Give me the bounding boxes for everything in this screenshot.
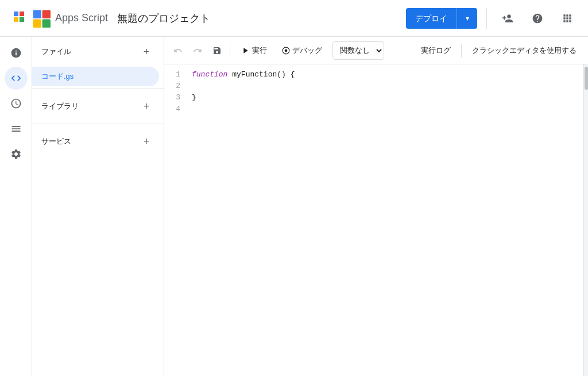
undo-button[interactable] (169, 41, 187, 60)
settings-icon (10, 148, 22, 160)
svg-point-5 (285, 49, 288, 52)
help-button[interactable] (526, 7, 549, 30)
save-icon (212, 46, 222, 55)
file-item-code-gs[interactable]: コード.gs (32, 67, 159, 86)
run-icon (241, 46, 250, 55)
toolbar-divider-2 (461, 44, 462, 57)
services-section-header[interactable]: サービス + (32, 126, 164, 156)
redo-button[interactable] (188, 41, 207, 60)
code-content[interactable]: function myFunction() { } (187, 64, 583, 376)
deploy-button-label: デプロイ (406, 8, 457, 29)
info-icon (10, 47, 22, 59)
toolbar-divider-1 (230, 44, 230, 57)
file-panel: ファイル + コード.gs ライブラリ + サービス + (32, 37, 164, 376)
files-section-header[interactable]: ファイル + (32, 37, 164, 67)
clock-icon (10, 98, 22, 109)
services-label: サービス (41, 136, 71, 147)
debug-button[interactable]: デバッグ (275, 41, 329, 60)
svg-rect-2 (33, 19, 41, 27)
code-icon (10, 72, 22, 84)
classic-editor-button[interactable]: クラシックエディタを使用する (465, 41, 583, 60)
icon-rail (0, 37, 32, 376)
debug-icon (282, 47, 290, 55)
line-number-2: 2 (164, 80, 180, 92)
person-add-icon (502, 13, 513, 24)
files-label: ファイル (41, 47, 71, 57)
panel-divider-1 (32, 89, 164, 89)
execution-log-button[interactable]: 実行ログ (414, 41, 458, 60)
rail-executions[interactable] (5, 117, 28, 140)
deploy-dropdown-arrow[interactable]: ▾ (457, 8, 477, 29)
libraries-section-header[interactable]: ライブラリ + (32, 91, 164, 121)
rail-triggers[interactable] (5, 92, 28, 115)
editor-area: 実行 デバッグ 関数なし 実行ログ クラシックエディタを使用する (164, 37, 588, 376)
add-user-button[interactable] (496, 7, 519, 30)
svg-rect-3 (42, 19, 51, 27)
header-divider (486, 8, 487, 29)
line-number-1: 1 (164, 69, 180, 80)
line-number-4: 4 (164, 103, 180, 115)
apps-script-logo (32, 9, 51, 28)
header: Apps Script 無題のプロジェクト デプロイ ▾ (0, 0, 588, 37)
panel-divider-2 (32, 124, 164, 124)
code-editor[interactable]: 1 2 3 4 function myFunction() { } (164, 64, 588, 376)
rail-settings[interactable] (5, 143, 28, 166)
list-icon (10, 123, 22, 135)
run-label: 実行 (252, 45, 267, 56)
scrollbar-thumb[interactable] (585, 67, 588, 90)
rail-info[interactable] (5, 41, 28, 64)
apps-button[interactable] (556, 7, 579, 30)
debug-label: デバッグ (292, 45, 322, 56)
add-service-button[interactable]: + (138, 133, 154, 149)
svg-rect-1 (42, 10, 51, 18)
libraries-label: ライブラリ (41, 101, 79, 112)
logo-area: Apps Script (9, 9, 108, 28)
add-library-button[interactable]: + (138, 98, 154, 114)
save-button[interactable] (208, 41, 226, 60)
editor-toolbar: 実行 デバッグ 関数なし 実行ログ クラシックエディタを使用する (164, 37, 588, 64)
svg-rect-0 (33, 10, 41, 18)
scrollbar[interactable] (583, 64, 588, 376)
line-number-3: 3 (164, 92, 180, 103)
function-selector[interactable]: 関数なし (332, 41, 384, 60)
help-icon (532, 13, 543, 24)
main-content: ファイル + コード.gs ライブラリ + サービス + (0, 37, 588, 376)
project-title: 無題のプロジェクト (117, 11, 210, 25)
deploy-button[interactable]: デプロイ ▾ (406, 8, 477, 29)
apps-icon (562, 13, 573, 24)
redo-icon (193, 46, 202, 55)
execution-log-label: 実行ログ (421, 46, 451, 55)
rail-code[interactable] (5, 67, 28, 90)
undo-icon (173, 46, 183, 55)
file-item-label: コード.gs (41, 71, 74, 82)
classic-editor-label: クラシックエディタを使用する (472, 46, 577, 55)
app-title: Apps Script (55, 12, 108, 24)
line-numbers: 1 2 3 4 (164, 64, 187, 376)
add-file-button[interactable]: + (138, 44, 154, 60)
google-logo (9, 9, 28, 28)
run-button[interactable]: 実行 (234, 41, 274, 60)
